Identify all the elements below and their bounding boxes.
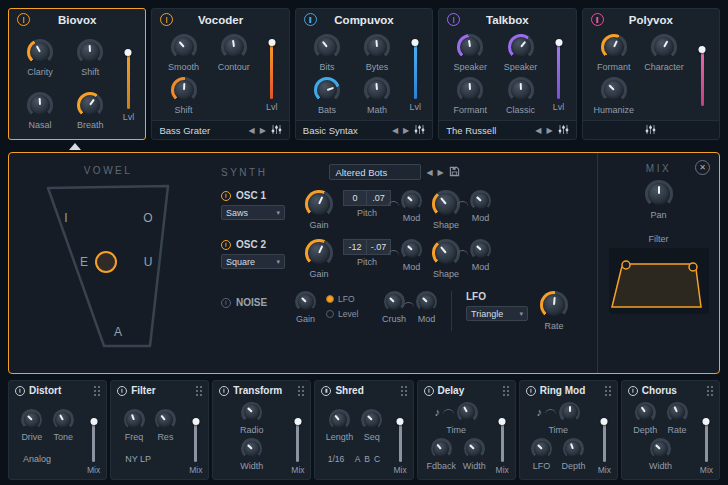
drag-handle-icon[interactable] — [400, 385, 408, 396]
osc1-power-button[interactable] — [221, 191, 231, 201]
humanize-knob[interactable] — [601, 77, 627, 103]
filter-node-low[interactable] — [622, 261, 630, 269]
distort-power-button[interactable] — [15, 386, 25, 396]
shred-mix-slider[interactable] — [399, 420, 402, 462]
next-preset-icon[interactable]: ▶ — [260, 126, 266, 135]
delay-time-knob[interactable] — [457, 402, 478, 423]
transform-power-button[interactable] — [219, 386, 229, 396]
tone-knob[interactable] — [53, 409, 74, 430]
osc1-shape-knob[interactable] — [432, 190, 460, 218]
biovox-power-button[interactable] — [17, 13, 30, 26]
transform-mix-slider[interactable] — [296, 420, 299, 462]
talkbox-level-slider[interactable] — [557, 41, 560, 99]
filter-type-select[interactable]: NY LP — [113, 454, 186, 464]
freq-knob[interactable] — [124, 409, 145, 430]
crush-mod-knob[interactable] — [416, 291, 437, 312]
filter-mix-slider[interactable] — [194, 420, 197, 462]
bits-knob[interactable] — [314, 34, 340, 60]
nasal-knob[interactable] — [27, 92, 53, 118]
lfo-rate-knob[interactable] — [540, 291, 568, 319]
distort-mode-select[interactable]: Analog — [11, 454, 84, 464]
speaker-knob-2[interactable] — [508, 34, 534, 60]
mixer-icon[interactable] — [414, 121, 425, 139]
vocoder-level-slider[interactable] — [270, 41, 273, 99]
module-polyvox[interactable]: Polyvox Formant Character Humanize — [582, 8, 720, 140]
breath-knob[interactable] — [77, 92, 103, 118]
distort-mix-slider[interactable] — [92, 420, 95, 462]
delay-width-knob[interactable] — [464, 438, 485, 459]
bats-knob[interactable] — [314, 77, 340, 103]
smooth-knob[interactable] — [171, 34, 197, 60]
bytes-knob[interactable] — [364, 34, 390, 60]
osc2-wave-select[interactable]: Square▾ — [221, 254, 285, 269]
compuvox-power-button[interactable] — [304, 13, 317, 26]
filter-display[interactable] — [609, 248, 709, 314]
contour-knob[interactable] — [221, 34, 247, 60]
math-knob[interactable] — [364, 77, 390, 103]
classic-knob[interactable] — [508, 77, 534, 103]
fx-filter[interactable]: Filter Freq Res NY LP Mix — [110, 380, 209, 480]
osc1-pitch-coarse[interactable]: 0 — [343, 190, 367, 206]
vocoder-power-button[interactable] — [160, 13, 173, 26]
noise-level-radio[interactable]: Level — [326, 309, 372, 319]
fx-ringmod[interactable]: Ring Mod ♪ Time LFO Depth Mix — [519, 380, 618, 480]
osc2-pitch-mod-knob[interactable] — [401, 239, 422, 260]
module-talkbox[interactable]: Talkbox Speaker Speaker Formant Classic … — [438, 8, 576, 140]
compuvox-preset[interactable]: Basic Syntax — [303, 125, 387, 136]
fdback-knob[interactable] — [431, 438, 452, 459]
ringmod-depth-knob[interactable] — [563, 438, 584, 459]
prev-preset-icon[interactable]: ◀ — [392, 126, 398, 135]
delay-power-button[interactable] — [424, 386, 434, 396]
chorus-mix-slider[interactable] — [705, 420, 708, 462]
note-sync-icon[interactable]: ♪ — [434, 406, 440, 418]
synth-preset-select[interactable]: Altered Bots — [329, 164, 421, 180]
note-sync-icon[interactable]: ♪ — [537, 406, 543, 418]
vowel-pad[interactable]: I O E U A — [18, 178, 198, 356]
drag-handle-icon[interactable] — [93, 385, 101, 396]
osc2-shape-knob[interactable] — [432, 239, 460, 267]
shred-power-button[interactable] — [321, 386, 331, 396]
compuvox-level-slider[interactable] — [414, 41, 417, 99]
speaker-knob-1[interactable] — [457, 34, 483, 60]
osc2-shape-mod-knob[interactable] — [470, 239, 491, 260]
osc2-gain-knob[interactable] — [305, 239, 333, 267]
osc1-wave-select[interactable]: Saws▾ — [221, 205, 285, 220]
talkbox-preset[interactable]: The Russell — [446, 125, 530, 136]
ringmod-mix-slider[interactable] — [603, 420, 606, 462]
fx-transform[interactable]: Transform Radio Width Mix — [212, 380, 311, 480]
drag-handle-icon[interactable] — [604, 385, 612, 396]
ringmod-power-button[interactable] — [526, 386, 536, 396]
synth-next-preset-icon[interactable]: ▶ — [438, 168, 444, 177]
noise-gain-knob[interactable] — [295, 291, 316, 312]
crush-knob[interactable] — [384, 291, 405, 312]
drag-handle-icon[interactable] — [195, 385, 203, 396]
module-vocoder[interactable]: Vocoder Smooth Contour Shift Lvl Bass Gr… — [151, 8, 289, 140]
length-knob[interactable] — [329, 409, 350, 430]
mixer-icon[interactable] — [558, 121, 569, 139]
osc1-gain-knob[interactable] — [305, 190, 333, 218]
noise-power-button[interactable] — [221, 298, 231, 308]
shred-slot-a[interactable]: A — [355, 454, 361, 464]
shred-slot-b[interactable]: B — [364, 454, 370, 464]
biovox-level-slider[interactable] — [127, 51, 130, 109]
transform-width-knob[interactable] — [241, 438, 262, 459]
chorus-depth-knob[interactable] — [635, 402, 656, 423]
filter-node-high[interactable] — [689, 263, 697, 271]
osc2-power-button[interactable] — [221, 240, 231, 250]
drag-handle-icon[interactable] — [502, 385, 510, 396]
prev-preset-icon[interactable]: ◀ — [249, 126, 255, 135]
next-preset-icon[interactable]: ▶ — [403, 126, 409, 135]
polyvox-power-button[interactable] — [591, 13, 604, 26]
noise-lfo-radio[interactable]: LFO — [326, 294, 372, 304]
polyvox-level-slider[interactable] — [701, 48, 704, 106]
fx-chorus[interactable]: Chorus Depth Rate Width Mix — [621, 380, 720, 480]
vowel-cursor[interactable] — [96, 252, 116, 272]
osc1-shape-mod-knob[interactable] — [470, 190, 491, 211]
save-preset-icon[interactable] — [449, 163, 460, 181]
osc2-pitch-coarse[interactable]: -12 — [343, 239, 367, 255]
polyvox-formant-knob[interactable] — [601, 34, 627, 60]
chorus-width-knob[interactable] — [650, 438, 671, 459]
osc1-pitch-mod-knob[interactable] — [401, 190, 422, 211]
lfo-wave-select[interactable]: Triangle▾ — [466, 306, 528, 321]
prev-preset-icon[interactable]: ◀ — [535, 126, 541, 135]
